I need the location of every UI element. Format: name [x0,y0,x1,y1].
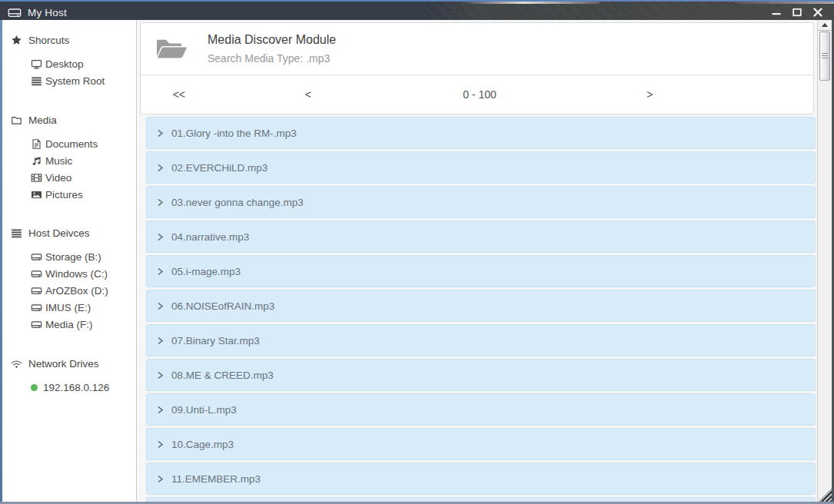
sidebar-item-music[interactable]: Music [2,152,136,169]
sidebar-section-media: Media Documents [2,112,136,203]
list-icon [11,227,22,239]
document-icon [31,138,42,150]
chevron-right-icon [157,267,164,276]
chevron-right-icon [157,129,164,138]
sidebar-header-media: Media [2,112,136,128]
file-name: 09.Unti-L.mp3 [171,404,237,416]
sidebar-header-shortcuts: Shorcuts [2,32,136,48]
sidebar-item-label: Storage (B:) [45,251,101,263]
sidebar-item-label: Media (F:) [45,319,93,330]
folder-icon [11,114,22,126]
sidebar-item-network-host[interactable]: 192.168.0.126 [2,379,136,396]
file-name: 01.Glory -into the RM-.mp3 [171,128,297,139]
sidebar-item-label: Windows (C:) [45,268,108,280]
list-item[interactable]: 05.i-mage.mp3 [146,255,816,287]
star-icon [11,35,22,46]
file-name: 06.NOISEofRAIN.mp3 [171,300,274,312]
sidebar-section-label: Media [28,114,57,126]
sidebar-section-host-devices: Host Deivces Storage (B:) [2,225,136,333]
sidebar-header-host-devices: Host Deivces [2,225,136,240]
sidebar-item-label: Desktop [45,58,84,70]
file-name: 08.ME & CREED.mp3 [171,370,274,381]
folder-open-icon [154,35,189,64]
list-item[interactable]: 01.Glory -into the RM-.mp3 [146,117,816,149]
chevron-right-icon [157,475,164,483]
list-item[interactable]: 11.EMEMBER.mp3 [146,463,816,495]
sidebar-item-storage-b[interactable]: Storage (B:) [2,248,136,265]
module-header-card: Media Discover Module Search Media Type:… [140,22,814,114]
sidebar-section-label: Network Drives [28,358,99,370]
sidebar-section-network-drives: Network Drives 192.168.0.126 [2,356,136,396]
list-item[interactable]: 06.NOISEofRAIN.mp3 [146,290,816,322]
maximize-button[interactable] [790,5,804,19]
file-name: 11.EMEMBER.mp3 [171,473,261,485]
chevron-right-icon [157,233,164,241]
sidebar-section-shortcuts: Shorcuts Desktop System [2,32,136,89]
picture-icon [31,189,42,201]
sidebar-item-label: Video [45,172,71,184]
file-name: 02.EVERCHiLD.mp3 [171,162,267,174]
page-title: Media Discover Module [208,33,336,47]
film-icon [31,172,42,184]
chevron-right-icon [157,371,164,380]
sidebar-item-media-f[interactable]: Media (F:) [2,316,136,333]
window-border-left [0,20,2,504]
hdd-icon [31,319,42,330]
scroll-up-button[interactable] [818,20,832,31]
first-page-button[interactable]: << [173,88,185,101]
main-panel: Media Discover Module Search Media Type:… [138,20,817,502]
sidebar-item-label: Music [45,155,72,167]
scroll-thumb[interactable] [819,32,830,81]
chevron-right-icon [157,406,164,414]
scrollbar-track[interactable] [817,20,832,502]
sidebar-section-label: Shorcuts [28,35,69,46]
hdd-icon [31,251,42,263]
sidebar-item-imus-e[interactable]: IMUS (E:) [2,299,136,316]
list-item[interactable]: 10.Cage.mp3 [146,428,816,460]
sidebar-item-pictures[interactable]: Pictures [2,186,136,203]
file-name: 05.i-mage.mp3 [171,266,241,277]
list-item[interactable]: 02.EVERCHiLD.mp3 [146,151,816,184]
list-item[interactable]: 09.Unti-L.mp3 [146,393,816,426]
sidebar-item-label: ArOZBox (D:) [45,285,108,297]
sidebar-item-label: Documents [45,138,98,150]
page-subtitle: Search Media Type: .mp3 [208,52,336,65]
thumb-grip-icon [822,53,828,59]
chevron-right-icon [157,440,164,449]
file-list: 01.Glory -into the RM-.mp3 02.EVERCHiLD.… [146,117,816,502]
sidebar-item-video[interactable]: Video [2,169,136,186]
sidebar-header-network-drives: Network Drives [2,356,136,371]
window-controls [769,3,825,22]
chevron-right-icon [157,337,164,345]
chevron-right-icon [157,164,164,172]
sidebar-item-arozbox-d[interactable]: ArOZBox (D:) [2,282,136,299]
sidebar-item-label: System Root [45,75,105,87]
chevron-right-icon [157,302,164,310]
sidebar-item-desktop[interactable]: Desktop [2,55,136,72]
list-icon [31,75,42,87]
sidebar-item-documents[interactable]: Documents [2,135,136,152]
minimize-button[interactable] [769,5,783,19]
sidebar: Shorcuts Desktop System [2,20,137,502]
file-name: 04.narrative.mp3 [171,231,249,243]
sidebar-item-system-root[interactable]: System Root [2,72,136,89]
sidebar-item-label: IMUS (E:) [45,302,91,313]
titlebar-wallpaper-highlight [461,2,600,4]
next-page-button[interactable]: > [646,88,653,101]
hdd-icon [31,285,42,297]
sidebar-item-windows-c[interactable]: Windows (C:) [2,265,136,282]
list-item[interactable]: 04.narrative.mp3 [146,220,816,253]
page-range-label: 0 - 100 [463,88,497,101]
list-item[interactable]: 07.Binary Star.mp3 [146,324,816,356]
online-dot-icon [31,384,38,391]
file-name: 03.never gonna change.mp3 [171,197,304,208]
titlebar: My Host [0,0,834,20]
triangle-up-icon [822,23,828,27]
music-icon [31,155,42,167]
file-name: 07.Binary Star.mp3 [171,335,260,346]
file-name: 10.Cage.mp3 [171,439,234,450]
prev-page-button[interactable]: < [305,88,311,101]
close-button[interactable] [811,5,825,19]
list-item[interactable]: 03.never gonna change.mp3 [146,186,816,218]
list-item[interactable]: 08.ME & CREED.mp3 [146,359,816,391]
